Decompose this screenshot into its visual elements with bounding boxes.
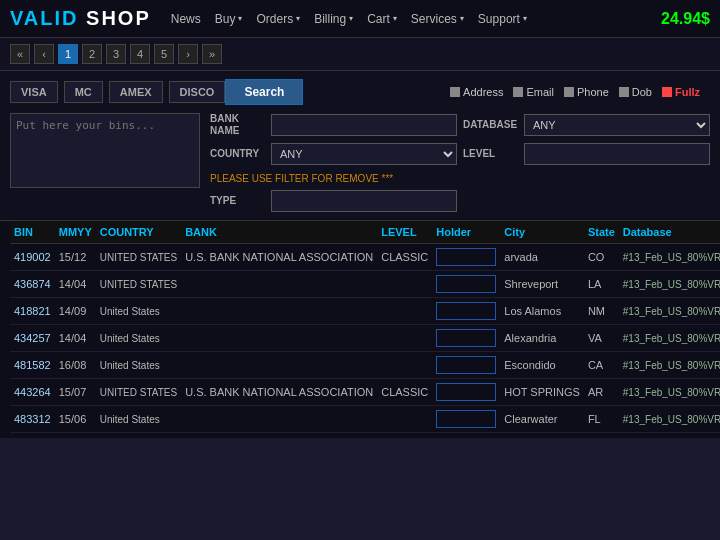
results-table: BIN MMYY COUNTRY BANK LEVEL Holder City … [10,221,720,433]
check-email[interactable]: Email [513,86,554,98]
nav-support[interactable]: Support▾ [478,12,527,26]
cell-mmyy: 15/12 [55,244,96,271]
check-fullz[interactable]: Fullz [662,86,700,98]
nav-cart-arrow: ▾ [393,14,397,23]
country-select[interactable]: ANY [271,143,457,165]
page-1[interactable]: 1 [58,44,78,64]
cell-bin: 418821 [10,298,55,325]
col-level: LEVEL [377,221,432,244]
cell-bank [181,406,377,433]
cell-country: United States [96,406,181,433]
cell-bin: 483312 [10,406,55,433]
nav-orders[interactable]: Orders▾ [256,12,300,26]
check-phone[interactable]: Phone [564,86,609,98]
database-select[interactable]: ANY [524,114,710,136]
search-button[interactable]: Search [225,79,303,105]
page-first[interactable]: « [10,44,30,64]
col-bin: BIN [10,221,55,244]
cell-mmyy: 14/04 [55,325,96,352]
nav-buy-arrow: ▾ [238,14,242,23]
card-type-mc[interactable]: MC [64,81,103,103]
nav-services[interactable]: Services▾ [411,12,464,26]
cell-bin: 436874 [10,271,55,298]
cell-bank [181,352,377,379]
cell-country: United States [96,352,181,379]
search-body: BANKNAME DATABASE ANY COUNTRY ANY LEVEL [10,113,710,212]
col-country: COUNTRY [96,221,181,244]
cell-level [377,298,432,325]
table-row: 434257 14/04 United States Alexandria VA… [10,325,720,352]
cell-level [377,325,432,352]
card-type-visa[interactable]: VISA [10,81,58,103]
cell-city: Alexandria [500,325,584,352]
col-database: Database [619,221,720,244]
type-label: TYPE [210,195,265,207]
page-prev[interactable]: ‹ [34,44,54,64]
card-type-disco[interactable]: DISCO [169,81,226,103]
cell-bank: U.S. BANK NATIONAL ASSOCIATION [181,244,377,271]
logo-part2: SHOP [79,7,151,29]
card-types: VISA MC AMEX DISCO [10,81,225,103]
cell-country: UNITED STATES [96,271,181,298]
cell-bank [181,325,377,352]
dob-label: Dob [632,86,652,98]
cell-bank [181,271,377,298]
bins-input[interactable] [10,113,200,188]
cell-holder [432,298,500,325]
check-dob[interactable]: Dob [619,86,652,98]
table-row: 418821 14/09 United States Los Alamos NM… [10,298,720,325]
type-input[interactable] [271,190,457,212]
balance-display: 24.94$ [661,10,710,28]
cell-bank: U.S. BANK NATIONAL ASSOCIATION [181,379,377,406]
nav-news[interactable]: News [171,12,201,26]
nav-services-arrow: ▾ [460,14,464,23]
cell-mmyy: 15/07 [55,379,96,406]
address-dot [450,87,460,97]
cell-state: CO [584,244,619,271]
pagination: « ‹ 1 2 3 4 5 › » [0,38,720,71]
nav-billing-arrow: ▾ [349,14,353,23]
level-input[interactable] [524,143,710,165]
cell-country: United States [96,325,181,352]
search-top-bar: VISA MC AMEX DISCO Search Address Email … [10,79,710,105]
cell-level: CLASSIC [377,379,432,406]
table-row: 483312 15/06 United States Clearwater FL… [10,406,720,433]
bank-name-input[interactable] [271,114,457,136]
cell-mmyy: 14/04 [55,271,96,298]
cell-database: #13_Feb_US_80%VR [619,325,720,352]
cell-holder [432,406,500,433]
cell-city: Clearwater [500,406,584,433]
card-type-amex[interactable]: AMEX [109,81,163,103]
cell-mmyy: 16/08 [55,352,96,379]
cell-level [377,352,432,379]
cell-bin: 419002 [10,244,55,271]
page-2[interactable]: 2 [82,44,102,64]
nav-cart[interactable]: Cart▾ [367,12,397,26]
page-5[interactable]: 5 [154,44,174,64]
col-city: City [500,221,584,244]
cell-holder [432,325,500,352]
cell-bin: 434257 [10,325,55,352]
page-4[interactable]: 4 [130,44,150,64]
nav-buy[interactable]: Buy▾ [215,12,243,26]
nav-orders-arrow: ▾ [296,14,300,23]
check-address[interactable]: Address [450,86,503,98]
col-state: State [584,221,619,244]
dob-dot [619,87,629,97]
cell-state: CA [584,352,619,379]
cell-city: Shreveport [500,271,584,298]
page-3[interactable]: 3 [106,44,126,64]
cell-level [377,406,432,433]
cell-database: #13_Feb_US_80%VR [619,352,720,379]
cell-state: FL [584,406,619,433]
page-last[interactable]: » [202,44,222,64]
cell-mmyy: 15/06 [55,406,96,433]
level-label: LEVEL [463,148,518,160]
search-panel: VISA MC AMEX DISCO Search Address Email … [0,71,720,221]
header: VALID SHOP News Buy▾ Orders▾ Billing▾ Ca… [0,0,720,38]
cell-city: arvada [500,244,584,271]
cell-holder [432,379,500,406]
nav-billing[interactable]: Billing▾ [314,12,353,26]
page-next[interactable]: › [178,44,198,64]
country-row: COUNTRY ANY [210,143,457,165]
